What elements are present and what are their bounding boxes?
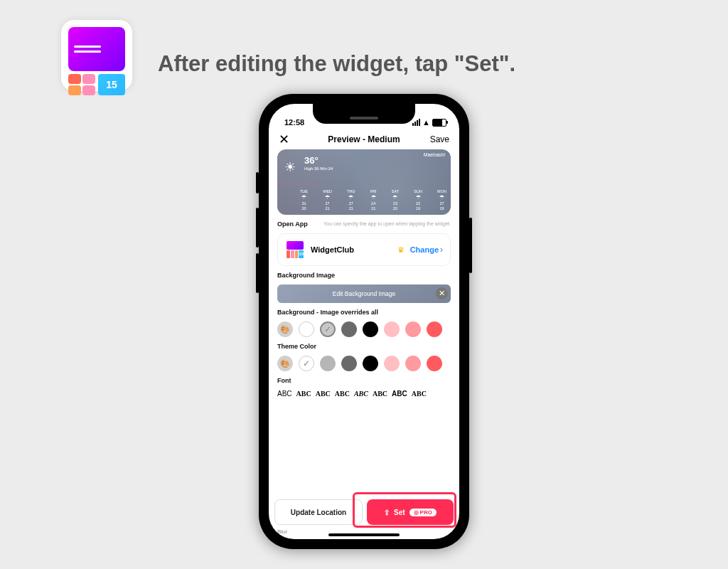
sun-icon: ☀︎ xyxy=(284,159,296,175)
font-option[interactable]: ABC xyxy=(316,390,331,398)
font-option[interactable]: ABC xyxy=(412,390,427,398)
status-time: 12:58 xyxy=(284,118,304,127)
notch xyxy=(313,104,415,124)
color-swatch[interactable] xyxy=(299,321,314,337)
forecast-day: SAT☂2320 xyxy=(392,189,399,211)
color-swatch[interactable] xyxy=(384,321,400,337)
blur-label: Blur xyxy=(277,528,287,535)
font-option[interactable]: ABC xyxy=(354,390,368,398)
forecast-day: TUE☂3120 xyxy=(300,189,308,211)
forecast-day: FRI☂2421 xyxy=(370,189,377,211)
color-swatch[interactable]: 🎨 xyxy=(277,356,293,371)
bg-color-label: Background - Image overrides all xyxy=(277,309,451,316)
page-headline: After editing the widget, tap "Set". xyxy=(158,51,515,77)
widget-preview[interactable]: Maebashi ☀︎ 36° High:36 Min:24 S T U D Y… xyxy=(277,149,451,215)
screen-header: ✕ Preview - Medium Save xyxy=(269,129,459,149)
forecast-day: THU☂2721 xyxy=(347,189,355,211)
screen-title: Preview - Medium xyxy=(300,134,428,144)
save-button[interactable]: Save xyxy=(428,134,449,144)
change-app-button[interactable]: Change› xyxy=(410,245,443,255)
color-swatch[interactable] xyxy=(384,356,400,371)
set-button[interactable]: ⇪ Set ◎ PRO xyxy=(367,499,454,525)
preview-temp: 36° xyxy=(304,155,318,166)
forecast-day: SUN☂2219 xyxy=(414,189,422,211)
color-swatch[interactable] xyxy=(405,321,421,337)
wifi-icon: ▲ xyxy=(422,118,430,127)
color-swatch[interactable]: ✓ xyxy=(299,356,314,371)
forecast-day: MON☂2719 xyxy=(437,189,446,211)
open-app-hint: You can specify the app to open when tap… xyxy=(314,220,451,227)
bg-color-swatches: 🎨✓ xyxy=(277,321,451,337)
color-swatch[interactable] xyxy=(427,356,442,371)
color-swatch[interactable] xyxy=(341,356,357,371)
color-swatch[interactable] xyxy=(320,356,336,371)
signal-icon xyxy=(412,119,420,126)
pro-badge: ◎ PRO xyxy=(410,509,437,516)
forecast-row: TUE☂3120WED☂2721THU☂2721FRI☂2421SAT☂2320… xyxy=(300,189,446,211)
forecast-day: WED☂2721 xyxy=(323,189,332,211)
open-app-name: WidgetClub xyxy=(311,245,392,254)
font-option[interactable]: ABC xyxy=(277,390,292,398)
theme-color-label: Theme Color xyxy=(277,343,451,350)
battery-icon xyxy=(432,119,446,127)
preview-high-low: High:36 Min:24 xyxy=(304,166,333,171)
app-mini-logo: 15 xyxy=(285,240,305,260)
font-option[interactable]: ABC xyxy=(392,390,407,398)
color-swatch[interactable] xyxy=(341,321,357,337)
update-location-button[interactable]: Update Location xyxy=(274,499,363,525)
share-icon: ⇪ xyxy=(384,509,390,516)
phone-frame: 12:58 ▲ ✕ Preview - Medium Save Maebashi… xyxy=(259,94,469,549)
color-swatch[interactable] xyxy=(405,356,421,371)
open-app-label: Open App xyxy=(277,220,308,228)
app-logo: 15 xyxy=(61,20,132,91)
crown-icon: ♛ xyxy=(397,245,405,255)
font-options: ABCABCABCABCABCABCABCABC xyxy=(277,390,451,398)
font-option[interactable]: ABC xyxy=(373,390,387,398)
home-indicator xyxy=(328,533,400,536)
color-swatch[interactable] xyxy=(427,321,442,337)
preview-location: Maebashi xyxy=(424,152,445,157)
remove-bg-icon[interactable]: ✕ xyxy=(436,287,448,299)
color-swatch[interactable] xyxy=(363,356,378,371)
color-swatch[interactable]: ✓ xyxy=(320,321,336,337)
font-label: Font xyxy=(277,377,451,384)
font-option[interactable]: ABC xyxy=(335,390,350,398)
font-option[interactable]: ABC xyxy=(296,390,311,398)
preview-overlay-text: S T U D Y xyxy=(280,180,321,186)
chevron-right-icon: › xyxy=(440,245,443,255)
open-app-card[interactable]: 15 WidgetClub ♛ Change› xyxy=(277,233,451,266)
theme-color-swatches: 🎨✓ xyxy=(277,356,451,371)
bg-image-label: Background Image xyxy=(277,272,451,279)
color-swatch[interactable]: 🎨 xyxy=(277,321,293,337)
close-button[interactable]: ✕ xyxy=(279,132,300,147)
edit-bg-image-button[interactable]: Edit Background Image ✕ xyxy=(277,284,451,303)
color-swatch[interactable] xyxy=(363,321,378,337)
logo-number: 15 xyxy=(98,74,125,95)
